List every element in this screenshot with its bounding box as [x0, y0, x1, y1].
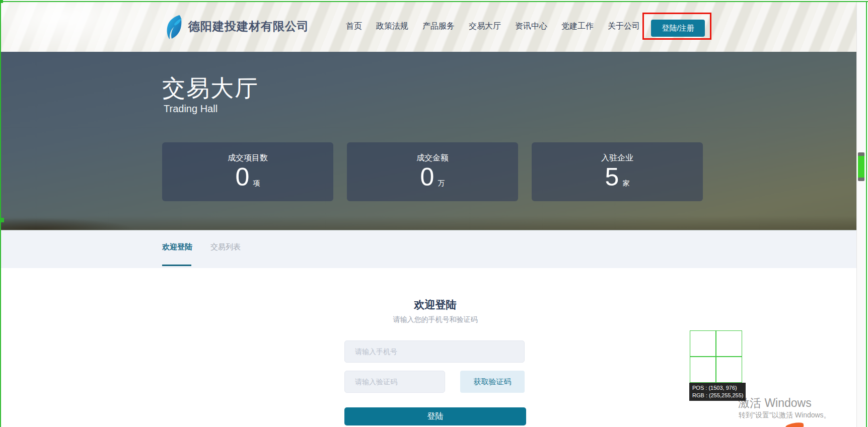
stat-unit: 项 — [253, 179, 260, 188]
selection-handle-mid-left[interactable] — [0, 218, 4, 222]
stat-label: 成交项目数 — [228, 153, 268, 163]
active-tab-underline — [162, 265, 191, 266]
nav-item-party-building[interactable]: 党建工作 — [561, 21, 594, 32]
company-logo-icon — [162, 14, 184, 42]
nav-item-products[interactable]: 产品服务 — [422, 21, 455, 32]
magnifier-grid — [690, 330, 742, 383]
windows-activate-watermark: 激活 Windows — [738, 395, 812, 411]
stat-card-deal-count: 成交项目数 0 项 — [162, 142, 333, 201]
scrollbar-thumb[interactable] — [858, 152, 864, 181]
site-header: 德阳建投建材有限公司 首页 政策法规 产品服务 交易大厅 资讯中心 党建工作 关… — [1, 2, 856, 52]
get-code-button[interactable]: 获取验证码 — [460, 371, 525, 393]
stat-value: 0 — [236, 163, 250, 191]
nav-item-news[interactable]: 资讯中心 — [515, 21, 547, 32]
login-form-title: 欢迎登陆 — [344, 298, 526, 312]
page-title: 交易大厅 — [162, 73, 259, 104]
login-form-subtitle: 请输入您的手机号和验证码 — [324, 315, 546, 324]
login-submit-button[interactable]: 登陆 — [344, 407, 526, 425]
stat-card-deal-amount: 成交金额 0 万 — [347, 142, 518, 201]
selection-frame-left — [0, 1, 1, 427]
phone-input[interactable] — [344, 340, 525, 363]
selection-frame-top — [0, 1, 868, 2]
stats-row: 成交项目数 0 项 成交金额 0 万 入驻企业 5 家 — [162, 142, 703, 201]
stat-value: 0 — [420, 163, 435, 191]
magnifier-pos-readout: POS : (1503, 976) — [692, 384, 743, 392]
magnifier-rgb-readout: RGB : (255,255,255) — [692, 392, 743, 399]
selection-frame-right — [866, 1, 867, 427]
hero-banner: 交易大厅 Trading Hall 成交项目数 0 项 成交金额 0 万 入驻企… — [1, 52, 856, 230]
stat-value: 5 — [605, 163, 619, 191]
windows-activate-note: 转到"设置"以激活 Windows。 — [739, 411, 831, 420]
verification-code-input[interactable] — [344, 371, 445, 393]
stat-unit: 家 — [622, 179, 629, 188]
nav-item-policies[interactable]: 政策法规 — [376, 21, 408, 32]
tab-bar: 欢迎登陆 交易列表 — [1, 230, 856, 268]
tab-welcome-login[interactable]: 欢迎登陆 — [162, 242, 192, 252]
stat-card-enterprises: 入驻企业 5 家 — [532, 142, 703, 201]
stat-label: 成交金额 — [416, 153, 449, 163]
nav-item-trading-hall[interactable]: 交易大厅 — [469, 21, 501, 32]
annotation-red-box — [642, 13, 711, 40]
page-subtitle-en: Trading Hall — [164, 103, 218, 115]
nav-item-home[interactable]: 首页 — [346, 21, 362, 32]
nav-item-about[interactable]: 关于公司 — [608, 21, 640, 32]
company-name: 德阳建投建材有限公司 — [188, 19, 309, 34]
scrollbar-track[interactable] — [856, 2, 865, 427]
selection-handle-top-left[interactable] — [0, 0, 3, 3]
stat-unit: 万 — [438, 179, 445, 188]
magnifier-tooltip: POS : (1503, 976) RGB : (255,255,255) — [689, 383, 746, 401]
main-nav: 首页 政策法规 产品服务 交易大厅 资讯中心 党建工作 关于公司 — [346, 21, 640, 32]
stat-label: 入驻企业 — [601, 153, 633, 163]
tab-trade-list[interactable]: 交易列表 — [210, 242, 241, 252]
